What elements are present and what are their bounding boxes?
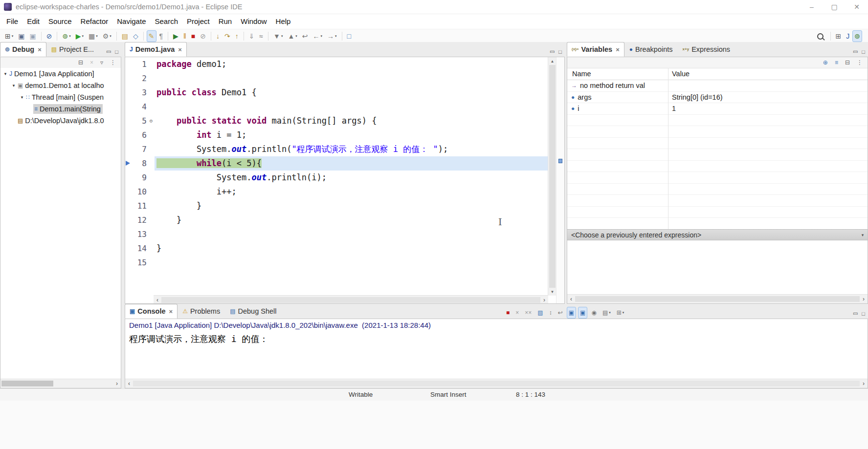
line-number[interactable]: 10 — [131, 185, 148, 199]
editor-horizontal-scrollbar[interactable] — [154, 295, 548, 303]
minimize-view-button[interactable] — [853, 48, 858, 55]
right-tab-breakpoints[interactable]: ●Breakpoints — [624, 42, 678, 57]
expander-icon[interactable]: ▾ — [11, 83, 17, 88]
scrollbar-thumb[interactable] — [133, 381, 860, 386]
variables-horizontal-scrollbar[interactable] — [567, 294, 868, 303]
expander-icon[interactable]: ▾ — [2, 71, 8, 76]
right-tab-variables[interactable]: (x)=Variables — [567, 42, 624, 57]
collapse-all-button[interactable]: ⊟ — [76, 57, 85, 68]
code-text[interactable] — [155, 100, 548, 114]
menu-run[interactable]: Run — [214, 14, 237, 29]
show-type-names-button[interactable]: ≡ — [833, 57, 840, 68]
code-text[interactable]: package demo1; — [155, 57, 548, 71]
debug-filters-button[interactable]: ▿ — [98, 57, 105, 68]
menu-window[interactable]: Window — [236, 14, 271, 29]
current-line-marker[interactable] — [558, 159, 562, 163]
line-number[interactable]: 1 — [131, 57, 148, 71]
console-horizontal-scrollbar[interactable] — [125, 379, 868, 388]
annotation-ruler-cell[interactable] — [125, 100, 131, 114]
editor-tab-demo1-java[interactable]: JDemo1.java — [125, 42, 187, 57]
variable-row[interactable]: ●argsString[0] (id=16) — [567, 92, 868, 104]
annotation-ruler-cell[interactable] — [125, 241, 131, 256]
resume-button[interactable]: ▶ — [171, 30, 180, 42]
debug-tab-project-e[interactable]: ▤Project E... — [46, 42, 99, 57]
variable-row[interactable]: ●i1 — [567, 103, 868, 115]
scroll-right-icon[interactable] — [540, 296, 548, 304]
variable-row[interactable]: →no method return val — [567, 80, 868, 92]
code-text[interactable]: } — [155, 199, 548, 213]
line-number[interactable]: 8 — [131, 156, 148, 171]
mark-occurrences-button[interactable]: ✎ — [147, 30, 156, 42]
skip-all-breakpoints-button[interactable]: ⊘ — [45, 30, 54, 42]
minimize-view-button[interactable] — [106, 48, 111, 55]
editor-vertical-scrollbar[interactable] — [548, 57, 556, 296]
menu-refactor[interactable]: Refactor — [76, 14, 113, 29]
menu-file[interactable]: File — [2, 14, 22, 29]
line-number[interactable]: 12 — [131, 213, 148, 227]
debug-horizontal-scrollbar[interactable] — [0, 379, 121, 388]
step-return-button[interactable]: ↑ — [233, 30, 241, 42]
menu-edit[interactable]: Edit — [22, 14, 44, 29]
annotation-ruler-cell[interactable] — [125, 256, 131, 270]
maximize-view-button[interactable] — [558, 49, 562, 55]
line-number[interactable]: 3 — [131, 86, 148, 100]
code-text[interactable] — [155, 71, 548, 86]
view-menu-button[interactable]: ⋮ — [108, 57, 118, 68]
code-editor[interactable]: 1package demo1;23public class Demo1 {45⊖… — [125, 57, 548, 296]
debug-perspective-button[interactable]: ⊚ — [852, 30, 862, 42]
fold-collapse-icon[interactable]: ⊖ — [148, 114, 155, 128]
code-text[interactable]: public class Demo1 { — [155, 86, 548, 100]
annotation-ruler-cell[interactable] — [125, 128, 131, 142]
next-annotation-button[interactable]: ▼ — [271, 30, 285, 42]
search-button[interactable] — [814, 30, 827, 42]
last-edit-location-button[interactable]: ↩ — [300, 30, 310, 42]
menu-project[interactable]: Project — [182, 14, 214, 29]
code-text[interactable]: } — [155, 213, 548, 227]
remove-all-terminated-button[interactable]: × — [88, 57, 95, 68]
debug-tree-item[interactable]: ≡Demo1.main(String — [0, 103, 121, 115]
forward-button[interactable]: → — [325, 30, 339, 42]
code-text[interactable]: public static void main(String[] args) { — [155, 114, 548, 128]
show-stdout-on-change-button[interactable]: ▣ — [567, 307, 576, 319]
line-number[interactable]: 5 — [131, 114, 148, 128]
code-text[interactable]: int i = 1; — [155, 128, 548, 142]
scroll-left-icon[interactable] — [567, 295, 575, 303]
previous-annotation-button[interactable]: ▲ — [286, 30, 299, 42]
code-text[interactable]: System.out.println("程序调试演示，注意观察 i 的值： ")… — [155, 142, 548, 156]
line-number[interactable]: 15 — [131, 256, 148, 270]
open-type-button[interactable]: ◇ — [131, 30, 140, 42]
suspend-button[interactable]: ‖ — [181, 30, 188, 42]
scroll-up-icon[interactable] — [548, 57, 556, 65]
line-number[interactable]: 6 — [131, 128, 148, 142]
collapse-all-button[interactable]: ⊟ — [843, 57, 852, 68]
scroll-right-icon[interactable] — [860, 295, 868, 303]
pin-console-button[interactable]: ◉ — [589, 307, 598, 319]
show-stderr-on-change-button[interactable]: ▣ — [578, 307, 587, 319]
column-header-name[interactable]: Name — [567, 70, 668, 78]
run-external-tools-button[interactable]: ⚙ — [101, 30, 113, 42]
console-tab-debug-shell[interactable]: ▤Debug Shell — [225, 304, 281, 319]
minimize-view-button[interactable] — [853, 310, 858, 317]
maximize-window-button[interactable]: ▢ — [823, 0, 846, 14]
close-window-button[interactable]: ✕ — [846, 0, 868, 14]
scrollbar-thumb[interactable] — [549, 65, 556, 288]
close-tab-icon[interactable] — [178, 46, 182, 53]
scroll-right-icon[interactable] — [860, 379, 868, 388]
variables-detail-pane[interactable] — [567, 241, 868, 295]
new-java-project-button[interactable]: ▤ — [120, 30, 130, 42]
display-selected-console-button[interactable]: ▤ — [601, 307, 613, 319]
open-perspective-button[interactable]: ⊞ — [834, 30, 844, 42]
expression-prompt-bar[interactable]: <Choose a previously entered expression> — [567, 229, 868, 240]
view-menu-button[interactable]: ⋮ — [855, 57, 865, 68]
debug-tab-debug[interactable]: ⊚Debug — [0, 42, 46, 57]
overview-ruler[interactable] — [556, 57, 564, 303]
line-number[interactable]: 11 — [131, 199, 148, 213]
back-button[interactable]: ← — [311, 30, 325, 42]
use-step-filters-button[interactable]: ≈ — [257, 30, 265, 42]
debug-tree-item[interactable]: ▾▣demo1.Demo1 at localho — [0, 80, 121, 91]
line-number[interactable]: 13 — [131, 227, 148, 241]
annotation-ruler-cell[interactable] — [125, 114, 131, 128]
chevron-down-icon[interactable] — [858, 233, 868, 237]
menu-navigate[interactable]: Navigate — [112, 14, 150, 29]
annotation-ruler-cell[interactable] — [125, 227, 131, 241]
